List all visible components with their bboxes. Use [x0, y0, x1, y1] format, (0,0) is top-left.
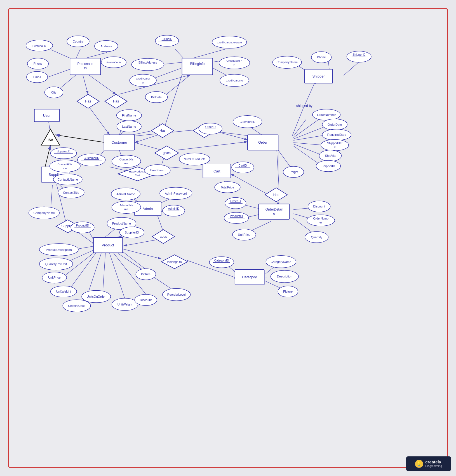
svg-text:Has: Has	[273, 193, 279, 197]
svg-text:me: me	[124, 162, 128, 165]
svg-text:ReorderLevel: ReorderLevel	[167, 293, 186, 296]
svg-text:Phone: Phone	[34, 62, 43, 65]
logo-name: creately	[425, 459, 442, 465]
svg-rect-100	[182, 58, 213, 75]
svg-text:fo: fo	[84, 66, 87, 70]
svg-text:Address: Address	[101, 45, 112, 48]
svg-text:LastName: LastName	[122, 125, 136, 128]
creately-logo: 💡 creately Diagramming	[406, 456, 451, 471]
svg-text:Description: Description	[277, 275, 292, 278]
svg-line-31	[55, 135, 104, 142]
svg-text:OrderID: OrderID	[230, 200, 241, 203]
svg-text:PersonalID: PersonalID	[32, 44, 46, 47]
svg-line-18	[83, 75, 88, 94]
svg-text:ProductID: ProductID	[230, 214, 243, 218]
svg-rect-116	[259, 204, 290, 219]
svg-text:ProductName: ProductName	[112, 222, 131, 225]
svg-text:OrderDetail: OrderDetail	[265, 207, 283, 211]
svg-text:HasProductIn: HasProductIn	[129, 170, 146, 173]
svg-line-94	[163, 75, 182, 130]
svg-text:CartID: CartID	[239, 164, 247, 167]
svg-point-188	[77, 154, 105, 166]
svg-text:OrderID: OrderID	[205, 125, 216, 129]
svg-line-83	[110, 253, 126, 303]
svg-point-181	[347, 51, 371, 62]
logo-text: creately Diagramming	[425, 459, 442, 468]
logo-icon: 💡	[415, 460, 423, 468]
svg-text:City: City	[51, 91, 57, 94]
svg-text:RequiredDate: RequiredDate	[327, 133, 346, 136]
svg-text:NumOfProducts: NumOfProducts	[184, 157, 206, 161]
svg-text:N: N	[233, 63, 235, 66]
svg-text:CategoryName: CategoryName	[271, 260, 291, 263]
svg-text:CustomerID: CustomerID	[84, 157, 99, 160]
svg-text:Has: Has	[113, 99, 119, 103]
svg-text:Admin: Admin	[143, 207, 153, 211]
svg-text:me: me	[63, 167, 67, 170]
svg-text:Quantity: Quantity	[311, 235, 322, 239]
svg-text:gives: gives	[163, 151, 171, 155]
svg-point-243	[163, 205, 185, 216]
svg-point-191	[112, 155, 141, 167]
svg-text:UnitsOnOrder: UnitsOnOrder	[87, 295, 106, 298]
svg-text:CreditCardI: CreditCardI	[136, 77, 150, 80]
svg-text:Email: Email	[33, 75, 41, 79]
svg-text:BillingID: BillingID	[162, 38, 173, 41]
svg-point-246	[225, 198, 246, 209]
svg-text:Has: Has	[159, 129, 165, 132]
svg-text:PostalCode: PostalCode	[107, 61, 121, 64]
svg-text:ShipperID: ShipperID	[321, 164, 335, 168]
svg-text:Freight: Freight	[289, 170, 298, 174]
svg-text:User: User	[43, 113, 51, 118]
svg-text:ContactNa: ContactNa	[119, 158, 133, 161]
svg-text:TotalPrice: TotalPrice	[221, 186, 234, 189]
svg-text:adds: adds	[160, 235, 167, 239]
svg-text:Discount: Discount	[313, 205, 325, 208]
svg-point-288	[209, 257, 234, 268]
svg-text:D: D	[142, 81, 144, 84]
svg-point-160	[155, 35, 179, 46]
svg-text:CategoryID: CategoryID	[214, 259, 229, 262]
svg-line-2	[76, 49, 80, 58]
svg-text:TimeStamp: TimeStamp	[150, 169, 165, 172]
svg-text:PersonalIn: PersonalIn	[77, 62, 93, 66]
svg-line-9	[193, 49, 225, 58]
svg-point-218	[50, 160, 80, 172]
svg-line-80	[69, 253, 96, 290]
svg-text:OrderNumb: OrderNumb	[313, 217, 328, 220]
svg-text:Category: Category	[242, 275, 257, 279]
diagram-container: PersonalIn fo BillingInfo Shipper User C…	[8, 8, 448, 468]
svg-text:UnitPrice: UnitPrice	[238, 233, 250, 236]
svg-text:Product: Product	[102, 243, 114, 247]
svg-text:ContactLName: ContactLName	[58, 178, 78, 181]
svg-text:ContactFNa: ContactFNa	[58, 163, 73, 166]
svg-text:ContactTitle: ContactTitle	[63, 191, 79, 194]
svg-text:Picture: Picture	[141, 272, 151, 276]
svg-line-1	[51, 50, 70, 58]
svg-text:CompanyName: CompanyName	[34, 211, 55, 214]
svg-line-46	[277, 150, 279, 188]
svg-line-39	[293, 135, 327, 140]
svg-text:Picture: Picture	[283, 290, 293, 293]
svg-line-37	[293, 118, 321, 138]
svg-text:e: e	[334, 145, 336, 148]
svg-text:UnitsInStock: UnitsInStock	[68, 304, 85, 307]
svg-point-249	[224, 212, 249, 223]
svg-line-3	[86, 53, 107, 58]
svg-text:BillingInfo: BillingInfo	[190, 62, 205, 66]
svg-point-215	[50, 148, 77, 159]
svg-text:Belongs to: Belongs to	[167, 260, 182, 263]
svg-line-30	[177, 142, 248, 150]
svg-text:BillingAddress: BillingAddress	[138, 61, 157, 64]
svg-point-229	[232, 162, 254, 173]
svg-text:SupplierID: SupplierID	[125, 231, 139, 234]
svg-line-41	[293, 144, 321, 155]
svg-line-14	[165, 75, 191, 96]
svg-text:OrderDate: OrderDate	[328, 123, 342, 126]
svg-text:ProductID: ProductID	[76, 224, 89, 227]
svg-marker-144	[41, 129, 60, 145]
svg-text:OrderNumber: OrderNumber	[317, 113, 336, 116]
svg-text:CreditCardEXPDate: CreditCardEXPDate	[217, 41, 242, 44]
svg-line-29	[135, 143, 162, 150]
logo-subtitle: Diagramming	[425, 465, 442, 468]
